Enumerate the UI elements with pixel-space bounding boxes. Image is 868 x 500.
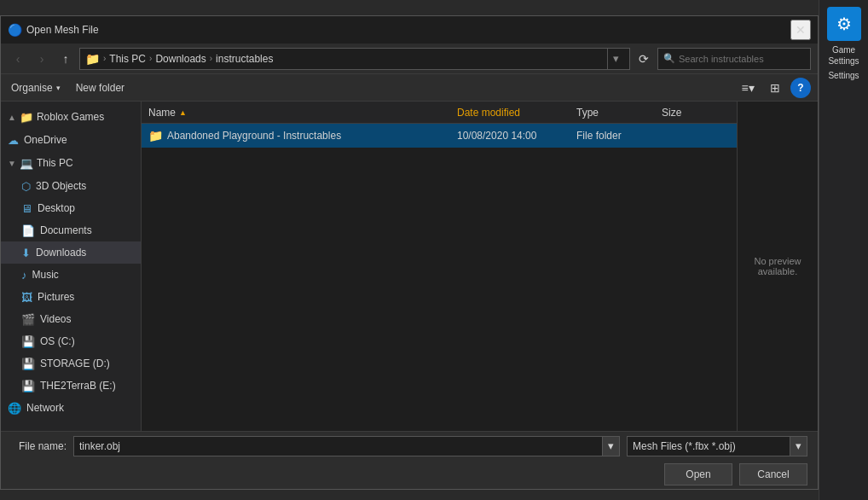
file-date: 10/08/2020 14:00 [457,130,576,142]
titlebar: 🔵 Open Mesh File ✕ [1,16,818,44]
sidebar-item-label: Desktop [38,202,75,214]
dialog-icon: 🔵 [8,23,21,37]
network-icon: 🌐 [8,402,21,415]
help-button[interactable]: ? [790,78,811,98]
filetype-dropdown-button[interactable]: ▾ [790,436,807,456]
the2terrab-icon: 💾 [21,380,35,392]
preview-panel: No preview available. [737,102,818,431]
column-type-header[interactable]: Type [576,107,662,119]
gear-icon: ⚙ [836,14,852,34]
address-bar[interactable]: 📁 › This PC › Downloads › instructables … [79,48,630,70]
open-button[interactable]: Open [664,463,732,485]
sidebar-item-this-pc[interactable]: ▼ 💻 This PC [1,151,141,175]
filename-label: File name: [11,440,67,452]
refresh-button[interactable]: ⟳ [634,49,654,69]
filetype-container: Mesh Files (*.fbx *.obj) ▾ [627,436,807,456]
dialog-title: Open Mesh File [26,24,790,36]
sidebar-item-downloads[interactable]: ⬇ Downloads [1,241,141,264]
file-name: Abandoned Playground - Instructables [167,130,457,142]
actionbar-right: ≡▾ ⊞ ? [736,78,811,98]
sidebar-item-3d-objects[interactable]: ⬡ 3D Objects [1,175,141,197]
sidebar-item-pictures[interactable]: 🖼 Pictures [1,286,141,308]
settings-label: Settings [828,70,859,81]
new-folder-button[interactable]: New folder [71,80,130,96]
sidebar-item-the2terrab[interactable]: 💾 THE2TerraB (E:) [1,375,141,397]
sidebar-item-label: Documents [40,224,92,236]
gear-icon-container[interactable]: ⚙ [827,7,861,41]
filename-input[interactable] [73,436,603,456]
file-folder-icon: 📁 [148,129,162,142]
footer: File name: ▾ Mesh Files (*.fbx *.obj) ▾ … [1,431,818,489]
column-date-header[interactable]: Date modified [457,107,576,119]
address-chevron-3: › [210,54,212,63]
sidebar-item-label: Downloads [36,247,86,259]
desktop-icon: 🖥 [21,202,32,215]
thispc-icon: 💻 [20,157,33,170]
sidebar-item-label: 3D Objects [36,180,86,192]
sidebar-item-music[interactable]: ♪ Music [1,264,141,286]
column-name-header[interactable]: Name ▲ [148,107,457,119]
filename-input-wrapper: ▾ [73,436,620,456]
music-icon: ♪ [21,269,27,282]
address-chevron-1: › [103,54,106,63]
sidebar-item-onedrive[interactable]: ☁ OneDrive [1,129,141,151]
organize-label: Organise [11,82,53,94]
up-button[interactable]: ↑ [55,49,76,69]
sidebar-item-desktop[interactable]: 🖥 Desktop [1,197,141,219]
navigation-toolbar: ‹ › ↑ 📁 › This PC › Downloads › instruct… [1,44,818,74]
address-downloads: Downloads [155,53,205,65]
address-dropdown-button[interactable]: ▾ [607,48,624,70]
back-button[interactable]: ‹ [8,49,28,69]
search-input[interactable] [679,54,798,64]
address-chevron-2: › [149,54,152,63]
right-panel: ⚙ Game Settings Settings [819,0,868,500]
column-size-header[interactable]: Size [662,107,730,119]
sidebar-item-os-c[interactable]: 💾 OS (C:) [1,330,141,352]
documents-icon: 📄 [21,224,35,237]
address-instructables: instructables [216,53,273,65]
list-view-button[interactable]: ≡▾ [736,78,760,98]
organize-button[interactable]: Organise ▾ [8,80,64,96]
roblox-expand-icon: ▲ [8,113,16,122]
filetype-select[interactable]: Mesh Files (*.fbx *.obj) [627,436,790,456]
action-bar: Organise ▾ New folder ≡▾ ⊞ ? [1,74,818,102]
videos-icon: 🎬 [21,313,35,326]
file-pane: Name ▲ Date modified Type Size 📁 Abandon… [142,102,737,431]
downloads-icon: ⬇ [21,247,31,259]
file-type: File folder [576,130,662,142]
file-list-body: 📁 Abandoned Playground - Instructables 1… [142,124,737,431]
main-content: ▲ 📁 Roblox Games ☁ OneDrive ▼ 💻 This PC … [1,102,818,431]
filename-dropdown-button[interactable]: ▾ [603,436,620,456]
sidebar-item-roblox-games[interactable]: ▲ 📁 Roblox Games [1,105,141,129]
table-row[interactable]: 📁 Abandoned Playground - Instructables 1… [142,124,737,148]
no-preview-text: No preview available. [754,256,801,276]
footer-buttons: Open Cancel [664,463,807,485]
forward-button[interactable]: › [32,49,52,69]
file-list-header: Name ▲ Date modified Type Size [142,102,737,124]
close-button[interactable]: ✕ [790,20,811,40]
search-icon: 🔍 [663,53,675,64]
sidebar-item-label: THE2TerraB (E:) [40,380,116,392]
sidebar-item-label: Network [26,402,64,414]
sidebar-item-label: STORAGE (D:) [40,358,110,369]
grid-view-button[interactable]: ⊞ [763,78,787,98]
sidebar-item-label: Roblox Games [37,111,104,123]
pictures-icon: 🖼 [21,291,32,304]
sidebar-item-documents[interactable]: 📄 Documents [1,219,141,241]
storage-d-icon: 💾 [21,358,35,370]
open-mesh-file-dialog: 🔵 Open Mesh File ✕ ‹ › ↑ 📁 › This PC › D… [0,15,819,490]
sidebar-item-label: Music [32,269,59,281]
sidebar-item-videos[interactable]: 🎬 Videos [1,308,141,330]
3dobjects-icon: ⬡ [21,180,31,193]
game-settings-label: Game Settings [828,44,859,67]
sidebar-item-storage-d[interactable]: 💾 STORAGE (D:) [1,352,141,375]
sort-arrow: ▲ [179,108,187,117]
sidebar-item-label: OS (C:) [40,335,75,347]
sidebar-item-network[interactable]: 🌐 Network [1,397,141,419]
sidebar-item-label: Videos [40,313,71,325]
cancel-button[interactable]: Cancel [739,463,807,485]
thispc-expand-icon: ▼ [8,159,16,168]
search-box[interactable]: 🔍 [657,48,811,70]
sidebar: ▲ 📁 Roblox Games ☁ OneDrive ▼ 💻 This PC … [1,102,142,431]
organize-chevron: ▾ [56,84,61,92]
